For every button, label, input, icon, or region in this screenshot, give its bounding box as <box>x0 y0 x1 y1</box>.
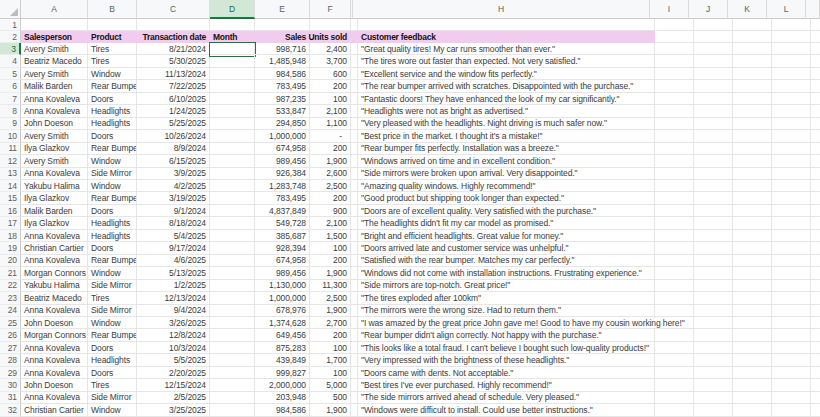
cell-E13[interactable]: 926,384 <box>255 168 310 180</box>
cell-M12[interactable] <box>811 155 820 167</box>
cell-B13[interactable]: Side Mirror <box>88 168 137 180</box>
cell-I3[interactable] <box>655 43 694 55</box>
cell-B22[interactable]: Side Mirror <box>88 280 137 292</box>
cell-H31[interactable]: "The side mirrors arrived ahead of sched… <box>358 392 655 404</box>
cell-L8[interactable] <box>772 105 811 117</box>
column-header-I[interactable]: I <box>650 0 689 19</box>
cell-H3[interactable]: "Great quality tires! My car runs smooth… <box>358 43 655 55</box>
cell-I20[interactable] <box>655 255 694 267</box>
cell-E19[interactable]: 928,394 <box>255 242 310 254</box>
cell-D1[interactable] <box>210 19 255 31</box>
cell-H12[interactable]: "Windows arrived on time and in excellen… <box>358 155 655 167</box>
cell-K24[interactable] <box>733 305 772 317</box>
cell-I10[interactable] <box>655 130 694 142</box>
cell-J15[interactable] <box>694 192 733 204</box>
cell-E7[interactable]: 987,235 <box>255 93 310 105</box>
cell-J29[interactable] <box>694 367 733 379</box>
cell-M19[interactable] <box>811 242 820 254</box>
cell-D18[interactable] <box>210 230 255 242</box>
cell-I26[interactable] <box>655 329 694 341</box>
cell-L3[interactable] <box>772 43 811 55</box>
cell-E14[interactable]: 1,283,748 <box>255 180 310 192</box>
cell-C1[interactable] <box>137 19 210 31</box>
cell-C14[interactable]: 4/2/2025 <box>137 180 210 192</box>
cell-D2[interactable]: Month <box>210 31 255 43</box>
row-header-13[interactable]: 13 <box>0 168 21 180</box>
row-header-15[interactable]: 15 <box>0 192 21 204</box>
cell-I27[interactable] <box>655 342 694 354</box>
cell-J32[interactable] <box>694 404 733 416</box>
cell-I18[interactable] <box>655 230 694 242</box>
cell-G6[interactable] <box>351 80 358 92</box>
cell-H32[interactable]: "Windows were difficult to install. Coul… <box>358 404 655 416</box>
cell-C16[interactable]: 9/1/2024 <box>137 205 210 217</box>
column-header-K[interactable]: K <box>728 0 767 19</box>
cell-L31[interactable] <box>772 392 811 404</box>
cell-A2[interactable]: Salesperson <box>21 31 88 43</box>
cell-E26[interactable]: 649,456 <box>255 329 310 341</box>
cell-B8[interactable]: Headlights <box>88 105 137 117</box>
cell-M11[interactable] <box>811 143 820 155</box>
cell-C21[interactable]: 5/13/2025 <box>137 267 210 279</box>
cell-I6[interactable] <box>655 80 694 92</box>
cell-I21[interactable] <box>655 267 694 279</box>
cell-D25[interactable] <box>210 317 255 329</box>
cell-C3[interactable]: 8/21/2024 <box>137 43 210 55</box>
cell-F27[interactable]: 100 <box>310 342 351 354</box>
cell-A17[interactable]: Ilya Glazkov <box>21 217 88 229</box>
cell-I5[interactable] <box>655 68 694 80</box>
cell-J24[interactable] <box>694 305 733 317</box>
cell-L5[interactable] <box>772 68 811 80</box>
cell-K25[interactable] <box>733 317 772 329</box>
row-header-16[interactable]: 16 <box>0 205 21 217</box>
cell-J30[interactable] <box>694 379 733 391</box>
cell-J31[interactable] <box>694 392 733 404</box>
cell-E4[interactable]: 1,485,948 <box>255 55 310 67</box>
cell-G9[interactable] <box>351 118 358 130</box>
cell-D28[interactable] <box>210 354 255 366</box>
cell-E3[interactable]: 998,716 <box>255 43 310 55</box>
cell-H23[interactable]: "The tires exploded after 100km" <box>358 292 655 304</box>
cell-C18[interactable]: 5/4/2025 <box>137 230 210 242</box>
cell-M10[interactable] <box>811 130 820 142</box>
cell-I31[interactable] <box>655 392 694 404</box>
cell-K22[interactable] <box>733 280 772 292</box>
cell-A20[interactable]: Anna Kovaleva <box>21 255 88 267</box>
cell-A8[interactable]: Anna Kovaleva <box>21 105 88 117</box>
cell-H7[interactable]: "Fantastic doors! They have enhanced the… <box>358 93 655 105</box>
cell-B16[interactable]: Doors <box>88 205 137 217</box>
row-header-6[interactable]: 6 <box>0 80 21 92</box>
cell-B1[interactable] <box>88 19 137 31</box>
cell-G27[interactable] <box>351 342 358 354</box>
cell-F19[interactable]: 100 <box>310 242 351 254</box>
cell-M16[interactable] <box>811 205 820 217</box>
cell-K9[interactable] <box>733 118 772 130</box>
cell-K3[interactable] <box>733 43 772 55</box>
cell-I17[interactable] <box>655 217 694 229</box>
cell-E8[interactable]: 533,847 <box>255 105 310 117</box>
cell-D29[interactable] <box>210 367 255 379</box>
cell-C32[interactable]: 3/25/2025 <box>137 404 210 416</box>
cell-K12[interactable] <box>733 155 772 167</box>
cell-F5[interactable]: 600 <box>310 68 351 80</box>
cell-E10[interactable]: 1,000,000 <box>255 130 310 142</box>
cell-F26[interactable]: 200 <box>310 329 351 341</box>
cell-K17[interactable] <box>733 217 772 229</box>
cell-J13[interactable] <box>694 168 733 180</box>
row-header-23[interactable]: 23 <box>0 292 21 304</box>
cell-E21[interactable]: 989,456 <box>255 267 310 279</box>
cell-H25[interactable]: "I was amazed by the great price John ga… <box>358 317 655 329</box>
cell-D7[interactable] <box>210 93 255 105</box>
cell-G30[interactable] <box>351 379 358 391</box>
cell-I14[interactable] <box>655 180 694 192</box>
cell-H1[interactable] <box>358 19 655 31</box>
cell-D5[interactable] <box>210 68 255 80</box>
row-header-24[interactable]: 24 <box>0 305 21 317</box>
cell-M23[interactable] <box>811 292 820 304</box>
cell-G31[interactable] <box>351 392 358 404</box>
cell-L28[interactable] <box>772 354 811 366</box>
cell-J23[interactable] <box>694 292 733 304</box>
cell-B5[interactable]: Window <box>88 68 137 80</box>
column-header-F[interactable]: F <box>310 0 351 19</box>
cell-A13[interactable]: Anna Kovaleva <box>21 168 88 180</box>
